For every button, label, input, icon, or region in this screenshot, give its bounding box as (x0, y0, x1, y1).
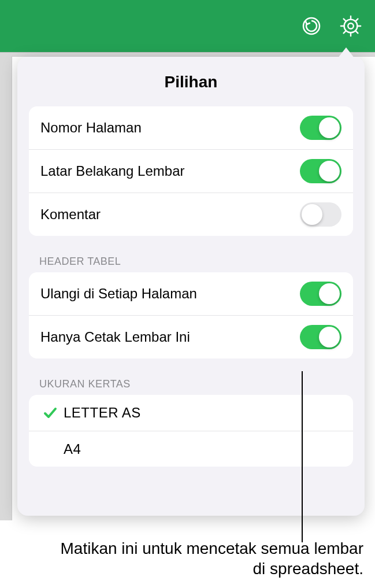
label-comments: Komentar (40, 206, 101, 223)
toggle-knob (319, 117, 340, 138)
row-print-this-sheet-only: Hanya Cetak Lembar Ini (29, 315, 353, 358)
toggle-print-this-sheet-only[interactable] (300, 325, 341, 349)
label-print-this-sheet-only: Hanya Cetak Lembar Ini (40, 329, 190, 345)
row-paper-a4[interactable]: A4 (29, 431, 353, 467)
svg-line-9 (344, 31, 346, 33)
check-icon (37, 405, 64, 421)
toggle-knob (319, 283, 340, 304)
toggle-knob (319, 327, 340, 347)
label-paper-letter: LETTER AS (64, 405, 141, 421)
options-group-2: Ulangi di Setiap Halaman Hanya Cetak Lem… (29, 272, 353, 358)
label-page-numbers: Nomor Halaman (40, 120, 142, 136)
label-repeat-each-page: Ulangi di Setiap Halaman (40, 286, 197, 302)
row-repeat-each-page: Ulangi di Setiap Halaman (29, 272, 353, 315)
row-sheet-background: Latar Belakang Lembar (29, 149, 353, 193)
options-group-3: LETTER AS A4 (29, 395, 353, 467)
row-paper-letter[interactable]: LETTER AS (29, 395, 353, 431)
svg-line-7 (344, 19, 346, 21)
group-header-table: HEADER TABEL (39, 256, 343, 268)
svg-point-2 (348, 23, 354, 29)
callout-line (302, 371, 303, 542)
row-comments: Komentar (29, 193, 353, 236)
popover-title: Pilihan (17, 73, 365, 91)
undo-icon (301, 16, 322, 36)
label-paper-a4: A4 (64, 441, 81, 457)
toggle-knob (302, 204, 322, 225)
row-page-numbers: Nomor Halaman (29, 106, 353, 149)
toggle-sheet-background[interactable] (300, 159, 341, 183)
label-sheet-background: Latar Belakang Lembar (40, 163, 185, 179)
options-group-1: Nomor Halaman Latar Belakang Lembar Kome… (29, 106, 353, 236)
settings-button[interactable] (339, 14, 362, 38)
toggle-comments[interactable] (300, 202, 341, 227)
toggle-page-numbers[interactable] (300, 116, 341, 140)
undo-button[interactable] (300, 14, 323, 38)
options-popover: Pilihan Nomor Halaman Latar Belakang Lem… (17, 57, 365, 516)
toggle-repeat-each-page[interactable] (300, 282, 341, 306)
popover-arrow (338, 47, 354, 58)
app-toolbar (0, 0, 375, 52)
toggle-knob (319, 161, 340, 182)
svg-line-8 (355, 31, 358, 33)
caption-text: Matikan ini untuk mencetak semua lembar … (49, 538, 363, 579)
group-header-paper-size: UKURAN KERTAS (39, 378, 343, 390)
gear-icon (339, 14, 362, 38)
svg-line-10 (355, 19, 358, 21)
